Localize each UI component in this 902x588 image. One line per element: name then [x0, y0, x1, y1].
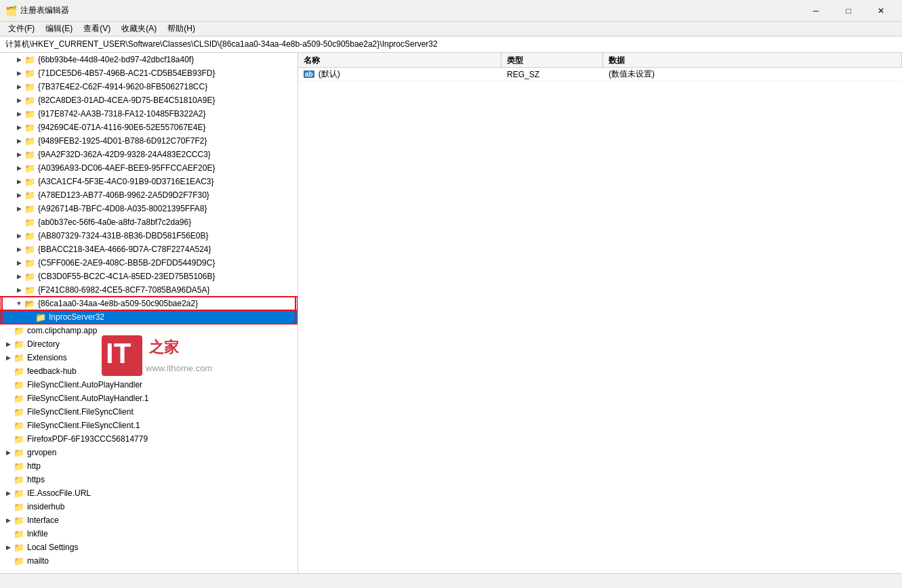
expand-arrow-icon[interactable]: ▶ [14, 151, 24, 158]
menu-item-f[interactable]: 文件(F) [3, 22, 40, 36]
tree-item[interactable]: ▶📁{71DCE5D6-4B57-496B-AC21-CD5B54EB93FD} [0, 66, 298, 80]
tree-item-label: feedback-hub [27, 366, 77, 376]
folder-icon: 📁 [14, 475, 24, 485]
tree-item[interactable]: 📁mailto [0, 554, 298, 568]
tree-item[interactable]: 📁com.clipchamp.app [0, 324, 298, 337]
expand-arrow-icon[interactable]: ▶ [3, 341, 14, 348]
expand-arrow-icon[interactable]: ▶ [14, 56, 24, 63]
tree-item[interactable]: ▶📁{7B37E4E2-C62F-4914-9620-8FB5062718CC} [0, 80, 298, 93]
expand-arrow-icon[interactable]: ▶ [14, 205, 24, 212]
tree-item-label: Local Settings [27, 543, 78, 552]
folder-icon: 📁 [24, 123, 35, 133]
tree-item[interactable]: 📁http [0, 459, 298, 473]
tree-item[interactable]: 📁FileSyncClient.FileSyncClient [0, 405, 298, 419]
minimize-button[interactable]: ─ [800, 0, 832, 22]
tree-item[interactable]: 📁FileSyncClient.AutoPlayHandler [0, 378, 298, 392]
address-bar: 计算机\HKEY_CURRENT_USER\Software\Classes\C… [0, 37, 902, 53]
tree-item-label: IE.AssocFile.URL [27, 488, 91, 498]
folder-icon: 📁 [24, 82, 35, 92]
folder-icon: 📁 [24, 55, 35, 65]
expand-arrow-icon[interactable]: ▶ [3, 544, 14, 551]
registry-tree[interactable]: ▶📁{6bb93b4e-44d8-40e2-bd97-42dbcf18a40f}… [0, 53, 298, 573]
expand-arrow-icon[interactable]: ▶ [3, 449, 14, 456]
expand-arrow-icon[interactable]: ▶ [14, 110, 24, 117]
maximize-button[interactable]: □ [833, 0, 864, 22]
folder-icon: 📁 [14, 339, 24, 350]
tree-item[interactable]: ▶📁{82CA8DE3-01AD-4CEA-9D75-BE4C51810A9E} [0, 93, 298, 107]
tree-item[interactable]: 📁lnkfile [0, 527, 298, 541]
tree-item[interactable]: ▶📁grvopen [0, 446, 298, 459]
folder-icon: 📁 [14, 529, 24, 539]
expand-arrow-icon[interactable]: ▶ [14, 246, 24, 253]
tree-item-label: insiderhub [27, 502, 64, 511]
tree-item[interactable]: 📁InprocServer32 [0, 310, 298, 324]
tree-item[interactable]: ▶📁{A0396A93-DC06-4AEF-BEE9-95FFCCAEF20E} [0, 161, 298, 175]
tree-item[interactable]: ▶📁{CB3D0F55-BC2C-4C1A-85ED-23ED75B5106B} [0, 270, 298, 283]
tree-item[interactable]: 📁{ab0b37ec-56f6-4a0e-a8fd-7a8bf7c2da96} [0, 215, 298, 229]
tree-item[interactable]: ▶📁{9AA2F32D-362A-42D9-9328-24A483E2CCC3} [0, 148, 298, 161]
expand-arrow-icon[interactable]: ▶ [14, 124, 24, 131]
close-button[interactable]: ✕ [865, 0, 897, 22]
folder-icon: 📁 [14, 326, 24, 336]
menu-item-a[interactable]: 收藏夹(A) [116, 22, 162, 36]
tree-item-label: {86ca1aa0-34aa-4e8b-a509-50c905bae2a2} [38, 299, 198, 308]
tree-item[interactable]: ▶📁{C5FF006E-2AE9-408C-BB5B-2DFDD5449D9C} [0, 256, 298, 270]
window-controls: ─ □ ✕ [800, 0, 897, 22]
expand-arrow-icon[interactable]: ▶ [3, 490, 14, 497]
expand-arrow-icon[interactable]: ▶ [14, 259, 24, 266]
expand-arrow-icon[interactable]: ▶ [3, 354, 14, 361]
registry-name-text: (默认) [319, 68, 340, 80]
tree-item[interactable]: ▶📁Directory [0, 337, 298, 351]
right-panel: 名称 类型 数据 ab (默认) REG_SZ (数值未设置) [298, 53, 902, 573]
folder-icon: 📁 [24, 150, 35, 160]
tree-item[interactable]: ▶📁Local Settings [0, 541, 298, 554]
expand-arrow-icon[interactable]: ▶ [14, 70, 24, 77]
expand-arrow-icon[interactable]: ▼ [14, 300, 24, 307]
tree-item[interactable]: ▶📁{BBACC218-34EA-4666-9D7A-C78F2274A524} [0, 243, 298, 256]
address-path: 计算机\HKEY_CURRENT_USER\Software\Classes\C… [5, 39, 438, 50]
tree-item[interactable]: ▶📁Extensions [0, 351, 298, 364]
expand-arrow-icon[interactable]: ▶ [14, 287, 24, 293]
tree-item[interactable]: ▶📁IE.AssocFile.URL [0, 486, 298, 500]
tree-item[interactable]: ▶📁Interface [0, 513, 298, 527]
menu-item-h[interactable]: 帮助(H) [162, 22, 201, 36]
folder-icon: 📁 [14, 488, 24, 499]
tree-item[interactable]: 📁FirefoxPDF-6F193CCC56814779 [0, 432, 298, 446]
expand-arrow-icon[interactable]: ▶ [14, 83, 24, 90]
expand-arrow-icon[interactable]: ▶ [14, 232, 24, 239]
tree-item[interactable]: 📁https [0, 473, 298, 486]
folder-icon: 📁 [24, 96, 35, 106]
tree-item[interactable]: ▶📁{917E8742-AA3B-7318-FA12-10485FB322A2} [0, 107, 298, 121]
tree-item[interactable]: ▶📁{6bb93b4e-44d8-40e2-bd97-42dbcf18a40f} [0, 53, 298, 66]
tree-item[interactable]: 📁FileSyncClient.FileSyncClient.1 [0, 419, 298, 432]
menu-item-v[interactable]: 查看(V) [78, 22, 116, 36]
tree-item[interactable]: ▶📁{AB807329-7324-431B-8B36-DBD581F56E0B} [0, 229, 298, 243]
tree-item[interactable]: ▶📁{9489FEB2-1925-4D01-B788-6D912C70F7F2} [0, 134, 298, 148]
tree-item[interactable]: 📁feedback-hub [0, 364, 298, 378]
tree-item[interactable]: 📁FileSyncClient.AutoPlayHandler.1 [0, 392, 298, 405]
menu-item-e[interactable]: 编辑(E) [40, 22, 78, 36]
expand-arrow-icon[interactable]: ▶ [3, 517, 14, 524]
folder-icon: 📁 [14, 353, 24, 363]
expand-arrow-icon[interactable]: ▶ [14, 192, 24, 198]
tree-item[interactable]: 📁insiderhub [0, 500, 298, 513]
title-bar: 🗂️ 注册表编辑器 ─ □ ✕ [0, 0, 902, 22]
registry-row[interactable]: ab (默认) REG_SZ (数值未设置) [298, 68, 902, 81]
tree-item[interactable]: ▶📁{A3CA1CF4-5F3E-4AC0-91B9-0D3716E1EAC3} [0, 175, 298, 188]
tree-item[interactable]: ▶📁{A78ED123-AB77-406B-9962-2A5D9D2F7F30} [0, 188, 298, 202]
expand-arrow-icon[interactable]: ▶ [14, 178, 24, 185]
expand-arrow-icon[interactable]: ▶ [14, 138, 24, 144]
expand-arrow-icon[interactable]: ▶ [14, 273, 24, 280]
tree-item[interactable]: ▼📂{86ca1aa0-34aa-4e8b-a509-50c905bae2a2} [0, 297, 298, 310]
expand-arrow-icon[interactable]: ▶ [14, 165, 24, 171]
col-header-name: 名称 [298, 53, 501, 67]
folder-icon: 📁 [14, 366, 24, 377]
tree-item-label: {A78ED123-AB77-406B-9962-2A5D9D2F7F30} [38, 190, 209, 200]
tree-item[interactable]: ▶📁{94269C4E-071A-4116-90E6-52E557067E4E} [0, 121, 298, 134]
status-bar [0, 573, 902, 588]
tree-item[interactable]: ▶📁{A926714B-7BFC-4D08-A035-80021395FFA8} [0, 202, 298, 215]
tree-item-label: FileSyncClient.AutoPlayHandler [27, 380, 142, 390]
folder-icon: 📁 [14, 461, 24, 471]
expand-arrow-icon[interactable]: ▶ [14, 97, 24, 104]
tree-item[interactable]: ▶📁{F241C880-6982-4CE5-8CF7-7085BA96DA5A} [0, 283, 298, 297]
